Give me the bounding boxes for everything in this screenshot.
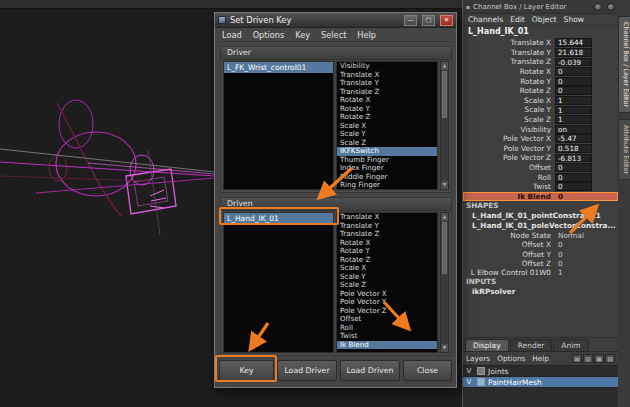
scroll-down-icon[interactable]: ▼	[441, 181, 448, 189]
shape-channel-name[interactable]: Offset Y	[463, 250, 555, 259]
new-layer-icon[interactable]: ▧	[605, 354, 615, 363]
input-node-name[interactable]: ikRPsolver	[463, 287, 618, 297]
dialog-menu-item[interactable]: Options	[253, 30, 285, 40]
key-button[interactable]: Key	[219, 360, 274, 381]
driver-object-item[interactable]: L_FK_Wrist_control01	[224, 62, 333, 73]
dialog-menu-item[interactable]: Select	[321, 30, 346, 40]
channel-name[interactable]: Offset	[463, 163, 555, 172]
channel-value-field[interactable]: 0	[555, 67, 592, 76]
channel-row[interactable]: Pole Vector Y 0.518	[463, 144, 618, 154]
new-layer-icon[interactable]: ▤	[572, 354, 582, 363]
panel-options-icon[interactable]	[607, 3, 615, 11]
channel-box-menu-item[interactable]: Edit	[510, 15, 525, 24]
driven-scrollbar[interactable]: ▲ ▼	[440, 212, 449, 353]
shape-channel-row[interactable]: Offset Z 0	[463, 259, 618, 268]
shape-channel-name[interactable]: Offset Z	[463, 259, 555, 268]
layer-name[interactable]: PaintHairMesh	[488, 378, 542, 387]
channel-name[interactable]: Twist	[463, 182, 555, 191]
channel-value-field[interactable]: 0	[555, 173, 592, 182]
layer-name[interactable]: Joints	[488, 367, 509, 376]
channel-value-field[interactable]: 15.644	[555, 38, 592, 47]
shape-channel-value[interactable]: 1	[555, 268, 592, 277]
channel-row[interactable]: Roll 0	[463, 172, 618, 182]
selected-object-name[interactable]: L_Hand_IK_01	[463, 26, 618, 38]
layer-visibility-toggle[interactable]: V	[463, 378, 475, 386]
channel-row[interactable]: Visibility on	[463, 124, 618, 134]
channel-box-menu-item[interactable]: Object	[532, 15, 557, 24]
scrollbar-thumb[interactable]	[442, 222, 447, 274]
close-icon[interactable]: ✕	[440, 15, 453, 26]
dialog-menu-item[interactable]: Help	[357, 30, 376, 40]
dialog-menu-item[interactable]: Load	[222, 30, 242, 40]
layer-editor-tab[interactable]: Render	[510, 339, 553, 351]
channel-value-field[interactable]: 1	[555, 96, 592, 105]
driven-object-item[interactable]: L_Hand_IK_01	[224, 213, 333, 224]
layer-row[interactable]: V Joints	[463, 366, 618, 377]
shape-channel-name[interactable]: L Elbow Control 01W0	[463, 268, 555, 277]
channel-value-field[interactable]: 0	[555, 86, 592, 95]
shape-node-name[interactable]: L_Hand_IK_01_pointConstraint1	[463, 211, 618, 221]
channel-row[interactable]: Offset 0	[463, 163, 618, 173]
channel-row[interactable]: Translate Z -0.039	[463, 57, 618, 67]
shape-channel-row[interactable]: Offset Y 0	[463, 249, 618, 258]
load-driver-button[interactable]: Load Driver	[277, 360, 337, 381]
scroll-down-icon[interactable]: ▼	[441, 344, 448, 352]
channel-row[interactable]: Scale Y 1	[463, 105, 618, 115]
shape-channel-row[interactable]: Node State Normal	[463, 231, 618, 240]
layers-menu[interactable]: Layers	[466, 354, 490, 363]
panel-pin-icon[interactable]	[594, 3, 602, 11]
dialog-titlebar[interactable]: Set Driven Key — ▢ ✕	[215, 13, 456, 28]
channel-row[interactable]: Translate X 15.644	[463, 38, 618, 48]
layer-help-menu[interactable]: Help	[532, 354, 549, 363]
layer-color-swatch[interactable]	[477, 378, 485, 386]
channel-value-field[interactable]: -5.47	[555, 134, 592, 143]
layer-visibility-toggle[interactable]: V	[463, 367, 475, 375]
channel-row[interactable]: Twist 0	[463, 182, 618, 192]
channel-value-field[interactable]: 1	[555, 115, 592, 124]
layer-row[interactable]: V PaintHairMesh	[463, 377, 618, 388]
scroll-up-icon[interactable]: ▲	[441, 62, 448, 70]
channel-row[interactable]: Pole Vector X -5.47	[463, 134, 618, 144]
channel-name[interactable]: Scale Y	[463, 105, 555, 114]
layer-options-menu[interactable]: Options	[497, 354, 525, 363]
driven-object-list[interactable]: L_Hand_IK_01	[223, 212, 334, 353]
channel-row[interactable]: Rotate Z 0	[463, 86, 618, 96]
channel-name[interactable]: Rotate X	[463, 67, 555, 76]
channel-name[interactable]: Pole Vector Z	[463, 153, 555, 162]
shape-channel-value[interactable]: Normal	[555, 231, 592, 240]
tab-attribute-editor[interactable]: Attribute Editor	[618, 119, 630, 180]
channel-row[interactable]: Ik Blend 0	[463, 192, 618, 202]
channel-box-menu-item[interactable]: Channels	[468, 15, 503, 24]
channel-name[interactable]: Roll	[463, 173, 555, 182]
shape-channel-row[interactable]: L Elbow Control 01W0 1	[463, 268, 618, 277]
driver-scrollbar[interactable]: ▲ ▼	[440, 61, 449, 190]
shape-channel-value[interactable]: 0	[555, 259, 592, 268]
channel-value-field[interactable]: 0	[555, 77, 592, 86]
channel-value-field[interactable]: 1	[555, 106, 592, 115]
shape-channel-value[interactable]: 0	[555, 240, 592, 249]
new-layer-icon[interactable]: ▦	[594, 354, 604, 363]
channel-name[interactable]: Translate Z	[463, 57, 555, 66]
channel-name[interactable]: Translate Y	[463, 48, 555, 57]
channel-value-field[interactable]: -0.039	[555, 58, 592, 67]
shape-channel-row[interactable]: Offset X 0	[463, 240, 618, 249]
channel-name[interactable]: Scale Z	[463, 115, 555, 124]
driver-attribute-item[interactable]: Ring Finger	[337, 181, 437, 190]
channel-name[interactable]: Rotate Y	[463, 77, 555, 86]
channel-name[interactable]: Visibility	[463, 125, 555, 134]
channel-value-field[interactable]: on	[555, 125, 592, 134]
channel-name[interactable]: Pole Vector X	[463, 134, 555, 143]
driver-object-list[interactable]: L_FK_Wrist_control01	[223, 61, 334, 190]
close-button[interactable]: Close	[403, 360, 452, 381]
channel-value-field[interactable]: 0	[555, 182, 592, 191]
channel-name[interactable]: Rotate Z	[463, 86, 555, 95]
dialog-menu-item[interactable]: Key	[295, 30, 310, 40]
scrollbar-thumb[interactable]	[442, 71, 447, 118]
channel-row[interactable]: Scale X 1	[463, 96, 618, 106]
layer-color-swatch[interactable]	[477, 367, 485, 375]
shape-channel-name[interactable]: Offset X	[463, 240, 555, 249]
channel-value-field[interactable]: 0	[555, 163, 592, 172]
maximize-icon[interactable]: ▢	[422, 15, 435, 26]
channel-row[interactable]: Rotate Y 0	[463, 76, 618, 86]
load-driven-button[interactable]: Load Driven	[340, 360, 400, 381]
